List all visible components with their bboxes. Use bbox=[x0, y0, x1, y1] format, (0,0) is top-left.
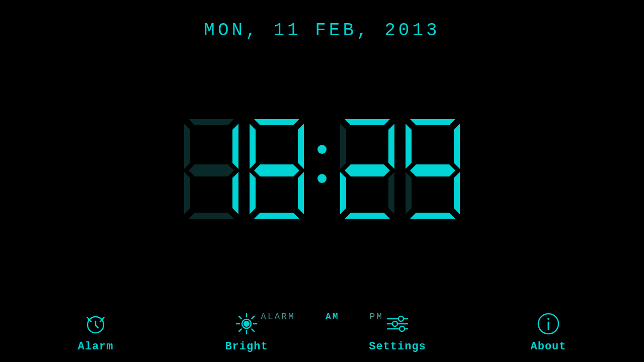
svg-marker-16 bbox=[388, 124, 394, 169]
bright-nav-label: Bright bbox=[225, 340, 268, 353]
svg-point-53 bbox=[547, 318, 549, 320]
svg-marker-26 bbox=[454, 172, 460, 214]
nav-bright[interactable]: Bright bbox=[201, 311, 292, 353]
alarm-clock-icon bbox=[83, 311, 108, 336]
alarm-nav-label: Alarm bbox=[77, 340, 113, 353]
svg-marker-18 bbox=[340, 172, 346, 214]
info-icon bbox=[536, 311, 561, 336]
bottom-navigation: Alarm Bright Settin bbox=[0, 302, 644, 362]
svg-marker-8 bbox=[250, 124, 256, 169]
colon-dot-top bbox=[317, 145, 327, 154]
clock-display bbox=[181, 26, 463, 312]
svg-line-43 bbox=[252, 316, 255, 319]
colon-dot-bottom bbox=[317, 174, 327, 183]
svg-line-44 bbox=[239, 329, 242, 331]
colon-separator bbox=[309, 114, 335, 224]
svg-line-30 bbox=[96, 325, 98, 328]
svg-marker-3 bbox=[189, 164, 234, 176]
svg-marker-6 bbox=[189, 213, 234, 219]
svg-marker-19 bbox=[388, 172, 394, 214]
digit-4 bbox=[403, 114, 463, 224]
nav-settings[interactable]: Settings bbox=[352, 311, 443, 353]
svg-marker-22 bbox=[406, 124, 412, 169]
svg-point-48 bbox=[398, 316, 404, 321]
svg-marker-4 bbox=[184, 172, 190, 214]
svg-point-50 bbox=[399, 326, 405, 331]
svg-marker-13 bbox=[254, 213, 299, 219]
nav-about[interactable]: About bbox=[503, 311, 594, 353]
svg-line-41 bbox=[239, 316, 242, 319]
svg-point-49 bbox=[392, 321, 397, 326]
svg-marker-14 bbox=[345, 119, 390, 125]
svg-point-36 bbox=[244, 321, 250, 327]
svg-marker-5 bbox=[232, 172, 238, 214]
digit-1 bbox=[181, 114, 242, 224]
svg-marker-20 bbox=[345, 213, 390, 219]
svg-marker-12 bbox=[298, 172, 304, 214]
digit-3 bbox=[337, 114, 397, 224]
about-nav-label: About bbox=[530, 340, 566, 353]
brightness-icon bbox=[234, 311, 259, 336]
svg-marker-0 bbox=[189, 119, 234, 125]
settings-nav-label: Settings bbox=[369, 340, 426, 353]
svg-marker-24 bbox=[410, 164, 455, 176]
svg-marker-21 bbox=[410, 119, 455, 125]
svg-marker-15 bbox=[340, 124, 346, 169]
svg-marker-27 bbox=[410, 213, 455, 219]
svg-line-42 bbox=[252, 329, 255, 331]
svg-marker-9 bbox=[298, 124, 304, 169]
clock-digits bbox=[181, 114, 463, 224]
svg-marker-23 bbox=[454, 124, 460, 169]
svg-marker-1 bbox=[184, 124, 190, 169]
svg-marker-10 bbox=[254, 164, 299, 176]
svg-marker-17 bbox=[345, 164, 390, 176]
nav-alarm[interactable]: Alarm bbox=[50, 311, 141, 353]
svg-marker-2 bbox=[232, 124, 238, 169]
svg-marker-11 bbox=[250, 172, 256, 214]
svg-marker-25 bbox=[406, 172, 412, 214]
settings-icon bbox=[385, 311, 410, 336]
svg-marker-7 bbox=[254, 119, 299, 125]
digit-2 bbox=[247, 114, 307, 224]
